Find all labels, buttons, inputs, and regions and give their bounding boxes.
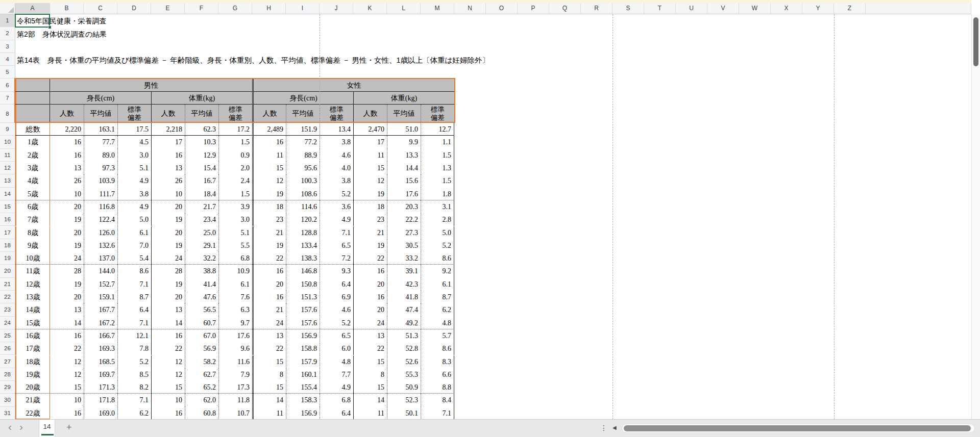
table-cell[interactable]: 12.7 [421, 123, 454, 136]
table-cell[interactable]: 49.2 [387, 317, 421, 329]
table-cell[interactable]: 7.1 [117, 317, 151, 329]
table-cell[interactable]: 24 [252, 317, 286, 329]
row-header-25[interactable]: 25 [0, 329, 15, 342]
table-cell[interactable]: 56.5 [185, 303, 218, 316]
row-header-27[interactable]: 27 [0, 355, 15, 368]
row-header-23[interactable]: 23 [0, 303, 15, 316]
table-cell[interactable]: 146.8 [286, 265, 320, 277]
table-cell[interactable]: 12.1 [117, 329, 151, 342]
column-header-K[interactable]: K [353, 3, 387, 14]
table-cell[interactable]: 60.8 [185, 407, 218, 420]
table-cell[interactable]: 7.1 [117, 278, 151, 291]
table-cell[interactable]: 20.3 [387, 200, 421, 213]
table-row-label[interactable]: 16歳 [15, 329, 50, 342]
table-row-label[interactable]: 7歳 [15, 213, 50, 226]
table-cell[interactable]: 6.0 [320, 342, 353, 355]
table-cell[interactable]: 11.8 [218, 394, 252, 406]
table-header-measure[interactable]: 体重(kg) [353, 92, 454, 105]
table-cell[interactable]: 9.7 [218, 317, 252, 329]
table-cell[interactable]: 22 [151, 342, 185, 355]
row-header-1[interactable]: 1 [0, 14, 15, 27]
tab-options-dots-icon[interactable]: ⋮ [600, 424, 607, 432]
table-cell[interactable]: 13.4 [320, 123, 353, 136]
table-cell[interactable]: 19 [50, 278, 84, 291]
column-header-S[interactable]: S [612, 3, 644, 14]
table-cell[interactable]: 62.7 [185, 368, 218, 381]
table-cell[interactable]: 19 [353, 188, 387, 200]
table-cell[interactable]: 56.9 [185, 342, 218, 355]
table-cell[interactable]: 21 [353, 226, 387, 239]
table-cell[interactable]: 29.1 [185, 239, 218, 252]
table-cell[interactable]: 41.4 [185, 278, 218, 291]
row-header-5[interactable]: 5 [0, 66, 15, 79]
table-cell[interactable]: 14 [252, 394, 286, 406]
table-cell[interactable]: 157.6 [286, 303, 320, 316]
table-cell[interactable]: 20 [353, 278, 387, 291]
table-cell[interactable]: 14 [50, 317, 84, 329]
table-cell[interactable]: 22 [252, 342, 286, 355]
doc-title-line2[interactable]: 第2部 身体状況調査の結果 [17, 30, 107, 39]
table-cell[interactable]: 17.2 [218, 123, 252, 136]
table-cell[interactable]: 160.1 [286, 368, 320, 381]
table-cell[interactable]: 8.6 [421, 342, 454, 355]
table-cell[interactable]: 6.2 [117, 407, 151, 420]
table-cell[interactable]: 137.0 [84, 252, 117, 265]
table-cell[interactable]: 3.6 [320, 200, 353, 213]
table-cell[interactable]: 0.9 [218, 149, 252, 162]
row-header-19[interactable]: 19 [0, 252, 15, 265]
table-cell[interactable]: 52.8 [387, 342, 421, 355]
table-cell[interactable]: 17.6 [387, 188, 421, 200]
table-cell[interactable]: 1.3 [421, 162, 454, 174]
table-cell[interactable]: 24 [151, 252, 185, 265]
table-cell[interactable]: 151.9 [286, 123, 320, 136]
table-cell[interactable]: 12 [50, 368, 84, 381]
table-cell[interactable]: 50.1 [387, 407, 421, 420]
table-cell[interactable]: 12.9 [185, 149, 218, 162]
row-header-26[interactable]: 26 [0, 342, 15, 355]
table-cell[interactable]: 1.5 [421, 174, 454, 187]
table-header-stat[interactable]: 人数 [50, 105, 84, 123]
row-header-8[interactable]: 8 [0, 105, 15, 123]
column-header-C[interactable]: C [84, 3, 117, 14]
table-cell[interactable]: 12 [252, 174, 286, 187]
table-cell[interactable]: 47.6 [185, 291, 218, 303]
table-cell[interactable]: 13 [50, 162, 84, 174]
table-cell[interactable]: 42.3 [387, 278, 421, 291]
table-cell[interactable]: 4.6 [320, 303, 353, 316]
table-cell[interactable]: 20 [50, 226, 84, 239]
table-cell[interactable]: 58.2 [185, 355, 218, 368]
row-header-3[interactable]: 3 [0, 40, 15, 53]
table-cell[interactable]: 7.0 [117, 239, 151, 252]
table-cell[interactable]: 11.6 [218, 355, 252, 368]
table-cell[interactable]: 7.9 [218, 368, 252, 381]
table-cell[interactable]: 22.2 [387, 213, 421, 226]
column-header-G[interactable]: G [218, 3, 252, 14]
table-cell[interactable]: 18 [252, 200, 286, 213]
table-cell[interactable]: 19 [50, 239, 84, 252]
table-cell[interactable]: 15 [151, 381, 185, 394]
table-cell[interactable]: 171.3 [84, 381, 117, 394]
table-cell[interactable]: 13 [252, 329, 286, 342]
table-cell[interactable]: 51.0 [387, 123, 421, 136]
table-cell[interactable]: 3.9 [218, 200, 252, 213]
table-cell[interactable]: 13 [50, 303, 84, 316]
table-row-label[interactable]: 14歳 [15, 303, 50, 316]
column-header-L[interactable]: L [387, 3, 421, 14]
table-cell[interactable]: 8.7 [421, 291, 454, 303]
table-cell[interactable]: 97.3 [84, 162, 117, 174]
row-header-24[interactable]: 24 [0, 317, 15, 329]
table-cell[interactable]: 19 [151, 278, 185, 291]
table-cell[interactable]: 167.7 [84, 303, 117, 316]
row-header-20[interactable]: 20 [0, 265, 15, 277]
column-header-D[interactable]: D [117, 3, 151, 14]
table-cell[interactable]: 166.7 [84, 329, 117, 342]
table-cell[interactable]: 20 [151, 226, 185, 239]
table-cell[interactable]: 22 [353, 342, 387, 355]
table-cell[interactable]: 51.3 [387, 329, 421, 342]
table-cell[interactable]: 15 [252, 381, 286, 394]
table-row-label[interactable]: 5歳 [15, 188, 50, 200]
table-cell[interactable]: 18.4 [185, 188, 218, 200]
table-cell[interactable]: 7.2 [320, 252, 353, 265]
table-cell[interactable]: 13.3 [387, 149, 421, 162]
table-row-label[interactable]: 15歳 [15, 317, 50, 329]
